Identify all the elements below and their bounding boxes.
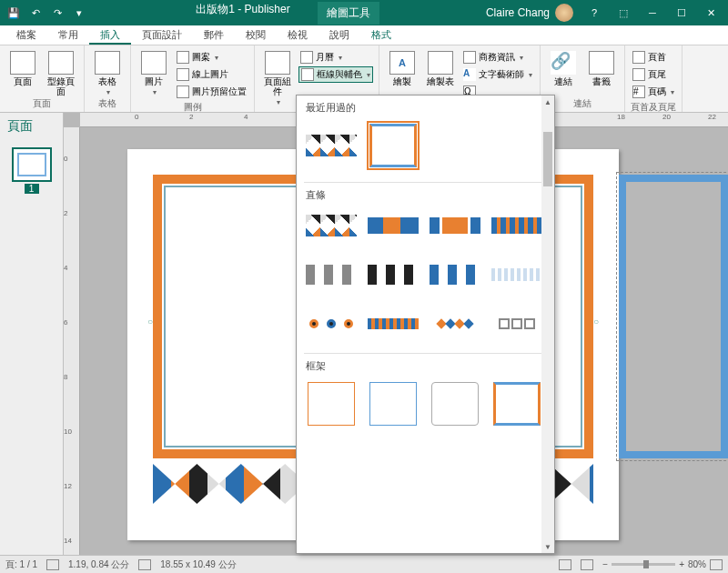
footer-icon [632, 68, 645, 81]
shape-border-blue[interactable] [619, 175, 728, 458]
qat-more-button[interactable]: ▾ [69, 3, 89, 23]
tab-view[interactable]: 檢視 [277, 25, 318, 45]
textbox-button[interactable]: A繪製 [385, 47, 420, 86]
border-item[interactable] [430, 258, 480, 291]
page-icon [10, 51, 35, 75]
zoom-out-button[interactable]: − [602, 559, 608, 569]
border-item[interactable] [491, 307, 542, 340]
border-item[interactable] [306, 258, 357, 291]
borders-icon [301, 68, 314, 81]
section-frames: 框架 [297, 354, 554, 377]
placeholder-icon [177, 85, 189, 98]
gallery-scrollbar[interactable]: ▲ ▼ [541, 96, 554, 553]
zoom-in-button[interactable]: + [679, 559, 684, 569]
bookmark-button[interactable]: 書籤 [584, 47, 619, 86]
hyperlink-button[interactable]: 🔗連結 [546, 47, 581, 86]
section-recent: 最近用過的 [297, 96, 554, 118]
user-name: Claire Chang [486, 6, 550, 19]
border-item[interactable] [430, 307, 480, 340]
user-account[interactable]: Claire Chang [486, 4, 573, 22]
scroll-up-icon[interactable]: ▲ [541, 96, 554, 108]
online-pic-icon [177, 68, 189, 81]
view-single-button[interactable] [559, 559, 571, 570]
tab-review[interactable]: 校閱 [235, 25, 277, 45]
border-item[interactable] [306, 307, 357, 340]
border-item[interactable] [491, 258, 542, 291]
border-item-frame[interactable] [368, 380, 419, 427]
window-title: 出版物1 - Publisher 繪圖工具 [89, 2, 486, 25]
zoom-slider[interactable] [612, 563, 675, 566]
border-item[interactable] [368, 258, 419, 291]
group-label: 頁首及頁尾 [631, 100, 676, 114]
help-button[interactable]: ? [581, 3, 608, 23]
border-item-triangles[interactable] [306, 122, 357, 169]
contextual-tab-label: 繪圖工具 [318, 2, 379, 25]
business-info-button[interactable]: 商務資訊 [461, 49, 534, 65]
bookmark-icon [589, 51, 614, 75]
redo-button[interactable]: ↷ [47, 3, 67, 23]
tab-format[interactable]: 格式 [360, 25, 402, 45]
borders-accents-button[interactable]: 框線與輔色 [298, 66, 373, 83]
save-button[interactable]: 💾 [4, 3, 24, 23]
wordart-button[interactable]: A文字藝術師 [461, 66, 534, 83]
status-page[interactable]: 頁: 1 / 1 [5, 558, 37, 571]
shapes-button[interactable]: 圖案 [175, 49, 248, 65]
header-button[interactable]: 頁首 [631, 49, 676, 65]
close-button[interactable]: ✕ [697, 3, 724, 23]
statusbar: 頁: 1 / 1 1.19, 0.84 公分 18.55 x 10.49 公分 … [0, 555, 728, 573]
page-number-button[interactable]: #頁碼 [631, 84, 676, 100]
header-icon [632, 51, 645, 64]
maximize-button[interactable]: ☐ [668, 3, 695, 23]
calendar-button[interactable]: 月曆 [298, 49, 373, 65]
tab-home[interactable]: 常用 [47, 25, 89, 45]
table-button[interactable]: 表格 [90, 47, 125, 96]
ribbon-options-button[interactable]: ⬚ [610, 3, 637, 23]
document-title: 出版物1 - Publisher [196, 2, 289, 25]
page-thumbnail[interactable]: 1 [12, 147, 52, 194]
picture-icon [141, 51, 167, 75]
tab-mailings[interactable]: 郵件 [193, 25, 235, 45]
catalog-pages-button[interactable]: 型錄頁面 [44, 47, 78, 96]
picture-button[interactable]: 圖片 [136, 47, 171, 96]
border-item[interactable] [368, 307, 419, 340]
group-illustrations: 圖片 圖案 線上圖片 圖片預留位置 圖例 [131, 45, 255, 112]
pagenum-icon: # [632, 85, 645, 98]
border-item-frame[interactable] [430, 380, 480, 427]
view-spread-button[interactable] [581, 559, 593, 570]
group-label: 頁面 [5, 96, 78, 110]
size-icon [138, 559, 151, 570]
page-button[interactable]: 頁面 [5, 47, 40, 86]
border-item-frame-selected[interactable] [368, 122, 419, 169]
pages-panel-title: 頁面 [0, 113, 63, 140]
scroll-thumb[interactable] [543, 132, 552, 186]
undo-button[interactable]: ↶ [25, 3, 46, 23]
catalog-icon [48, 51, 74, 75]
avatar [555, 4, 573, 22]
ruler-vertical[interactable]: 02468101214 [64, 127, 80, 555]
online-pictures-button[interactable]: 線上圖片 [175, 66, 248, 83]
footer-button[interactable]: 頁尾 [631, 66, 676, 83]
zoom-value[interactable]: 80% [688, 559, 706, 569]
calendar-icon [300, 51, 313, 64]
group-label: 表格 [90, 96, 125, 110]
fit-page-button[interactable] [710, 559, 723, 570]
tab-help[interactable]: 說明 [318, 25, 360, 45]
status-size: 18.55 x 10.49 公分 [160, 558, 236, 571]
border-item[interactable] [491, 209, 542, 242]
border-item-frame[interactable] [491, 380, 542, 427]
picture-placeholder-button[interactable]: 圖片預留位置 [175, 84, 248, 100]
textbox2-button[interactable]: 繪製表 [423, 47, 458, 86]
border-item[interactable] [430, 209, 480, 242]
page-parts-button[interactable]: 頁面組件 [260, 47, 295, 106]
scroll-down-icon[interactable]: ▼ [541, 540, 554, 553]
border-item-frame[interactable] [306, 380, 357, 427]
minimize-button[interactable]: ─ [639, 3, 666, 23]
tab-insert[interactable]: 插入 [89, 25, 131, 45]
tab-file[interactable]: 檔案 [5, 25, 47, 45]
group-tables: 表格 表格 [85, 45, 131, 112]
page-parts-icon [265, 51, 290, 75]
border-item[interactable] [306, 209, 357, 242]
border-item[interactable] [368, 209, 419, 242]
page-thumb-number: 1 [25, 184, 39, 194]
tab-pagedesign[interactable]: 頁面設計 [131, 25, 193, 45]
